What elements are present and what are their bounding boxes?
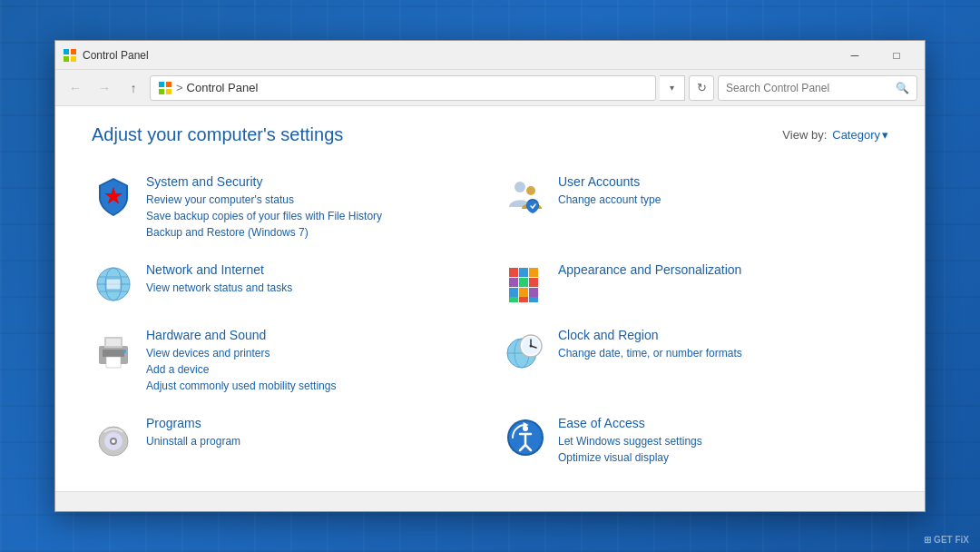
- address-path[interactable]: > Control Panel: [150, 75, 656, 101]
- category-ease-of-access: Ease of Access Let Windows suggest setti…: [504, 409, 888, 473]
- search-input[interactable]: [726, 82, 896, 94]
- svg-rect-26: [509, 297, 518, 302]
- title-bar: Control Panel ─ □: [55, 41, 925, 70]
- refresh-button[interactable]: ↻: [689, 75, 714, 101]
- svg-rect-23: [509, 288, 518, 297]
- search-icon: 🔍: [896, 82, 909, 94]
- view-by-value: Category: [832, 128, 880, 142]
- programs-title[interactable]: Programs: [146, 416, 476, 430]
- view-by-control: View by: Category ▾: [782, 128, 888, 142]
- network-text: Network and Internet View network status…: [146, 262, 476, 296]
- system-security-link-3[interactable]: Backup and Restore (Windows 7): [146, 224, 476, 241]
- ease-of-access-icon: [504, 416, 547, 459]
- svg-point-9: [526, 186, 535, 195]
- svg-rect-22: [529, 278, 538, 287]
- system-security-title[interactable]: System and Security: [146, 174, 476, 189]
- programs-icon: [92, 416, 135, 459]
- svg-rect-18: [519, 268, 528, 277]
- system-security-link-2[interactable]: Save backup copies of your files with Fi…: [146, 208, 476, 224]
- system-security-text: System and Security Review your computer…: [146, 174, 476, 241]
- svg-rect-32: [106, 339, 121, 346]
- svg-rect-16: [106, 279, 121, 290]
- up-button[interactable]: ↑: [121, 75, 146, 101]
- clock-link-1[interactable]: Change date, time, or number formats: [558, 345, 888, 361]
- view-by-dropdown[interactable]: Category ▾: [832, 128, 888, 142]
- hardware-text: Hardware and Sound View devices and prin…: [146, 328, 476, 394]
- view-by-arrow: ▾: [882, 128, 888, 142]
- user-accounts-link-1[interactable]: Change account type: [558, 192, 888, 208]
- hardware-link-3[interactable]: Adjust commonly used mobility settings: [146, 378, 476, 394]
- clock-icon: [504, 328, 547, 371]
- content-header: Adjust your computer's settings View by:…: [92, 124, 888, 145]
- path-label: Control Panel: [187, 81, 259, 94]
- category-user-accounts: User Accounts Change account type: [504, 167, 888, 248]
- network-link-1[interactable]: View network status and tasks: [146, 280, 476, 296]
- category-hardware: Hardware and Sound View devices and prin…: [92, 320, 476, 401]
- svg-point-8: [514, 182, 525, 192]
- ease-of-access-text: Ease of Access Let Windows suggest setti…: [558, 416, 888, 466]
- svg-rect-20: [509, 278, 518, 287]
- address-dropdown-button[interactable]: ▾: [660, 75, 685, 101]
- user-accounts-icon: [504, 174, 547, 218]
- svg-rect-33: [106, 357, 121, 368]
- svg-point-34: [122, 350, 126, 353]
- user-accounts-text: User Accounts Change account type: [558, 174, 888, 208]
- category-programs: Programs Uninstall a program: [92, 409, 476, 473]
- main-content: Adjust your computer's settings View by:…: [55, 106, 925, 491]
- system-security-link-1[interactable]: Review your computer's status: [146, 192, 476, 208]
- ease-of-access-link-1[interactable]: Let Windows suggest settings: [558, 433, 888, 449]
- svg-rect-25: [529, 288, 538, 297]
- category-network: Network and Internet View network status…: [92, 255, 476, 313]
- address-bar: ← → ↑ > Control Panel ▾ ↻ 🔍: [55, 70, 925, 106]
- path-separator: >: [176, 81, 183, 94]
- hardware-link-2[interactable]: Add a device: [146, 361, 476, 378]
- page-heading: Adjust your computer's settings: [92, 124, 343, 145]
- svg-point-42: [530, 345, 533, 348]
- svg-point-46: [112, 439, 115, 443]
- appearance-title[interactable]: Appearance and Personalization: [558, 262, 888, 277]
- hardware-icon: [92, 328, 135, 371]
- hardware-title[interactable]: Hardware and Sound: [146, 328, 476, 342]
- hardware-link-1[interactable]: View devices and printers: [146, 345, 476, 361]
- status-bar: [55, 491, 925, 511]
- clock-title[interactable]: Clock and Region: [558, 328, 888, 342]
- network-title[interactable]: Network and Internet: [146, 262, 476, 277]
- category-system-security: System and Security Review your computer…: [92, 167, 476, 248]
- window-title: Control Panel: [83, 49, 834, 62]
- svg-rect-21: [519, 278, 528, 287]
- programs-link-1[interactable]: Uninstall a program: [146, 433, 476, 449]
- appearance-text: Appearance and Personalization: [558, 262, 888, 280]
- svg-rect-7: [166, 89, 172, 94]
- restore-button[interactable]: □: [876, 41, 917, 70]
- search-box[interactable]: 🔍: [718, 75, 917, 101]
- svg-rect-27: [519, 297, 528, 302]
- svg-rect-17: [509, 268, 518, 277]
- window-icon: [63, 48, 77, 63]
- path-folder-icon: [158, 81, 172, 95]
- clock-text: Clock and Region Change date, time, or n…: [558, 328, 888, 361]
- user-accounts-title[interactable]: User Accounts: [558, 174, 888, 189]
- categories-grid: System and Security Review your computer…: [92, 167, 888, 473]
- system-security-icon: [92, 174, 135, 218]
- svg-rect-19: [529, 268, 538, 277]
- back-button[interactable]: ←: [63, 75, 88, 101]
- ease-of-access-title[interactable]: Ease of Access: [558, 416, 888, 430]
- svg-rect-4: [159, 82, 164, 87]
- programs-text: Programs Uninstall a program: [146, 416, 476, 449]
- svg-rect-3: [71, 56, 76, 62]
- watermark: ⊞ GET FiX: [924, 535, 969, 545]
- svg-rect-5: [166, 82, 172, 87]
- ease-of-access-link-2[interactable]: Optimize visual display: [558, 449, 888, 466]
- svg-rect-24: [519, 288, 528, 297]
- svg-rect-28: [529, 297, 538, 302]
- svg-rect-1: [71, 49, 76, 54]
- minimize-button[interactable]: ─: [834, 41, 876, 70]
- forward-button[interactable]: →: [92, 75, 117, 101]
- svg-rect-30: [103, 350, 124, 357]
- view-by-label: View by:: [782, 128, 827, 142]
- appearance-icon: [504, 262, 547, 306]
- category-appearance: Appearance and Personalization: [504, 255, 888, 313]
- svg-rect-2: [64, 56, 69, 62]
- category-clock: Clock and Region Change date, time, or n…: [504, 320, 888, 401]
- control-panel-window: Control Panel ─ □ ← → ↑ > Control Panel …: [54, 40, 926, 512]
